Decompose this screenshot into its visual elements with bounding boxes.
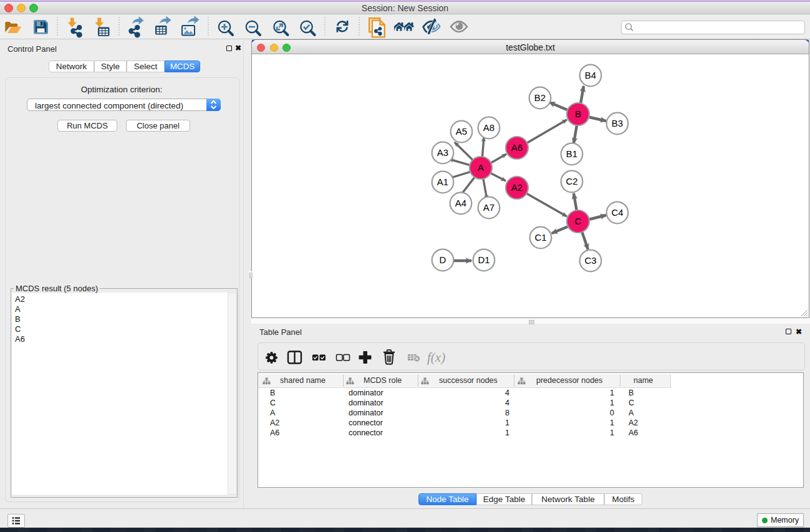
svg-text:A6: A6 <box>511 142 523 153</box>
svg-text:A1: A1 <box>437 177 448 187</box>
svg-text:C2: C2 <box>566 176 577 186</box>
svg-text:B4: B4 <box>585 70 596 80</box>
svg-text:C1: C1 <box>534 232 546 243</box>
svg-text:B: B <box>575 109 581 119</box>
svg-text:A3: A3 <box>437 147 448 158</box>
svg-text:A4: A4 <box>455 198 466 208</box>
svg-text:B3: B3 <box>612 118 623 128</box>
svg-text:B1: B1 <box>566 148 577 159</box>
svg-text:B2: B2 <box>534 92 546 103</box>
svg-text:D: D <box>440 254 446 265</box>
svg-text:C4: C4 <box>611 207 623 218</box>
svg-text:A7: A7 <box>483 202 494 213</box>
svg-text:C3: C3 <box>584 255 596 266</box>
svg-text:C: C <box>575 216 582 226</box>
svg-text:D1: D1 <box>478 254 489 265</box>
svg-text:A: A <box>478 162 484 173</box>
svg-text:A8: A8 <box>483 122 494 133</box>
svg-text:A2: A2 <box>511 182 523 193</box>
svg-text:f(x): f(x) <box>427 350 445 365</box>
svg-text:A5: A5 <box>456 126 467 137</box>
